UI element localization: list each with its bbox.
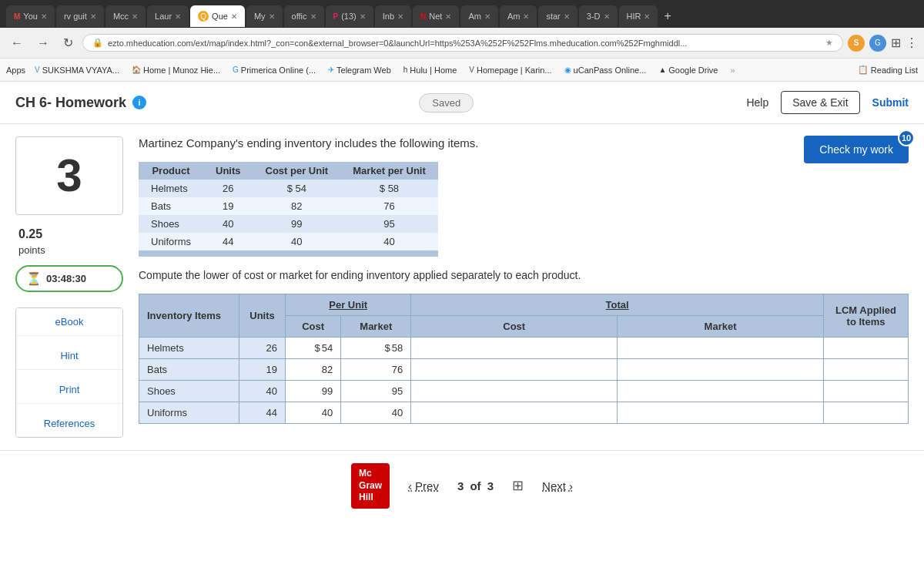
item-total-cost-input[interactable] (411, 381, 618, 402)
question-description: Martinez Company's ending inventory incl… (139, 136, 909, 150)
tab-close[interactable]: ✕ (564, 12, 570, 21)
info-icon[interactable]: i (132, 96, 146, 109)
tab-close[interactable]: ✕ (484, 12, 490, 21)
item-lcm-input[interactable] (824, 402, 909, 424)
item-lcm-input[interactable] (824, 381, 909, 402)
bookmark-homepage[interactable]: V Homepage | Karin... (466, 64, 554, 76)
product-market: 40 (340, 233, 438, 250)
forward-button[interactable]: → (32, 35, 54, 52)
tab-star[interactable]: star ✕ (538, 5, 577, 27)
tab-amazon2[interactable]: Am ✕ (500, 5, 537, 27)
tab-close[interactable]: ✕ (523, 12, 529, 21)
item-total-market-input[interactable] (618, 402, 824, 424)
left-sidebar: 3 0.25 points ⏳ 03:48:30 eBook Hint Prin… (15, 136, 123, 438)
bookmark-google-drive[interactable]: ▲ Google Drive (655, 64, 721, 76)
total-cost-field-bats[interactable] (411, 359, 617, 380)
total-market-field-bats[interactable] (618, 359, 823, 380)
tab-gmail[interactable]: M You ✕ (6, 5, 55, 27)
extensions-icon[interactable]: ⊞ (891, 35, 901, 50)
bookmark-home-munoz[interactable]: 🏠 Home | Munoz Hie... (129, 64, 223, 76)
item-lcm-input[interactable] (824, 359, 909, 381)
item-per-unit-market: $58 (341, 338, 411, 359)
item-total-cost-input[interactable] (411, 338, 618, 359)
next-button[interactable]: Next › (542, 479, 573, 492)
tab-13[interactable]: P (13) ✕ (326, 5, 373, 27)
item-name: Shoes (139, 381, 239, 402)
tab-close[interactable]: ✕ (644, 12, 650, 21)
tab-rv[interactable]: rv guit ✕ (56, 5, 104, 27)
prev-chevron-icon: ‹ (408, 479, 412, 492)
total-cost-field-helmets[interactable] (411, 338, 617, 358)
profile-icon[interactable]: S (848, 35, 865, 52)
new-tab-button[interactable]: + (659, 9, 675, 23)
tab-netflix[interactable]: N Net ✕ (413, 5, 459, 27)
item-total-market-input[interactable] (618, 381, 824, 402)
sidebar-link-hint[interactable]: Hint (16, 342, 122, 370)
tab-office[interactable]: offic ✕ (284, 5, 324, 27)
tab-mcc[interactable]: Mcc ✕ (105, 5, 146, 27)
total-cost-field-uniforms[interactable] (411, 402, 617, 423)
bookmark-ucanpass[interactable]: ◉ uCanPass Online... (561, 64, 650, 76)
item-total-cost-input[interactable] (411, 402, 618, 424)
sidebar-link-print[interactable]: Print (16, 376, 122, 404)
lcm-field-helmets[interactable] (824, 338, 908, 358)
total-market-field-helmets[interactable] (618, 338, 823, 358)
tab-close[interactable]: ✕ (41, 12, 47, 21)
tab-close[interactable]: ✕ (397, 12, 403, 21)
item-total-cost-input[interactable] (411, 359, 618, 381)
extension-icon[interactable]: G (869, 35, 886, 52)
submit-button[interactable]: Submit (872, 96, 909, 109)
table-row: Bats 19 82 76 (139, 197, 438, 215)
lcm-field-uniforms[interactable] (824, 402, 908, 423)
page-content: CH 6- Homework i Saved Help Save & Exit … (0, 82, 924, 578)
sidebar-link-references[interactable]: References (16, 410, 122, 437)
product-market: 76 (340, 197, 438, 215)
apps-label[interactable]: Apps (6, 66, 25, 75)
product-name: Shoes (139, 215, 203, 233)
refresh-button[interactable]: ↻ (59, 34, 78, 52)
tab-close[interactable]: ✕ (269, 12, 275, 21)
item-total-market-input[interactable] (618, 359, 824, 381)
back-button[interactable]: ← (6, 35, 28, 52)
total-market-field-uniforms[interactable] (618, 402, 823, 423)
tab-my[interactable]: My ✕ (246, 5, 283, 27)
tab-3d[interactable]: 3-D ✕ (579, 5, 618, 27)
address-bar[interactable]: 🔒 ezto.mheducation.com/ext/map/index.htm… (82, 34, 843, 52)
lcm-field-shoes[interactable] (824, 381, 908, 402)
more-bookmarks[interactable]: » (730, 66, 735, 75)
bookmark-sukshma[interactable]: V SUKSHMA VYAYA... (32, 64, 122, 76)
tab-hir[interactable]: HIR ✕ (619, 5, 658, 27)
lcm-field-bats[interactable] (824, 359, 908, 380)
item-total-market-input[interactable] (618, 338, 824, 359)
tab-inbox[interactable]: Inb ✕ (375, 5, 411, 27)
bookmark-primerica[interactable]: G Primerica Online (... (229, 64, 319, 76)
tab-close[interactable]: ✕ (445, 12, 451, 21)
total-market-field-shoes[interactable] (618, 381, 823, 402)
bookmark-hulu[interactable]: h Hulu | Home (400, 64, 460, 76)
tab-close[interactable]: ✕ (231, 12, 237, 21)
sidebar-link-ebook[interactable]: eBook (16, 308, 122, 336)
menu-icon[interactable]: ⋮ (906, 35, 918, 50)
tab-bar: M You ✕ rv guit ✕ Mcc ✕ Laur ✕ Q Que ✕ M… (0, 0, 924, 28)
total-cost-field-shoes[interactable] (411, 381, 617, 402)
item-lcm-input[interactable] (824, 338, 909, 359)
bookmark-telegram[interactable]: ✈ Telegram Web (325, 64, 394, 76)
tab-close[interactable]: ✕ (310, 12, 316, 21)
product-name: Uniforms (139, 233, 203, 250)
tab-close[interactable]: ✕ (360, 12, 366, 21)
grid-icon[interactable]: ⊞ (512, 477, 524, 494)
tab-close[interactable]: ✕ (604, 12, 610, 21)
item-per-unit-market: 40 (341, 402, 411, 424)
tab-amazon1[interactable]: Am ✕ (460, 5, 498, 27)
tab-close[interactable]: ✕ (175, 12, 181, 21)
help-button[interactable]: Help (746, 96, 768, 109)
tab-que[interactable]: Q Que ✕ (190, 5, 245, 27)
item-name: Helmets (139, 338, 239, 359)
tab-laur[interactable]: Laur ✕ (147, 5, 189, 27)
prev-button[interactable]: ‹ Prev (408, 479, 439, 492)
col-units: Units (239, 294, 286, 338)
tab-close[interactable]: ✕ (132, 12, 138, 21)
tab-close[interactable]: ✕ (90, 12, 96, 21)
reading-list[interactable]: 📋 Reading List (858, 65, 918, 75)
save-exit-button[interactable]: Save & Exit (781, 91, 859, 114)
